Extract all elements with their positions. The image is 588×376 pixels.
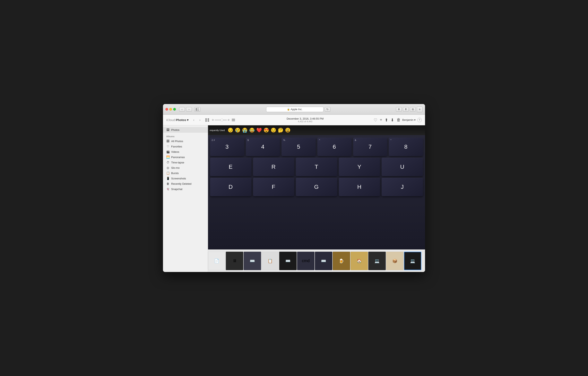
sidebar-item-all-photos[interactable]: 🖼 All Photos <box>163 139 208 144</box>
emoji-2: 😢 <box>235 128 240 133</box>
sidebar-item-snapchat[interactable]: 👻 Snapchat <box>163 186 208 192</box>
snapchat-icon: 👻 <box>166 187 169 191</box>
emoji-7: 😒 <box>271 128 276 133</box>
sidebar-item-screenshots[interactable]: 📱 Screenshots <box>163 176 208 181</box>
keyboard-keys: £ # 3 $ 4 % 5 <box>208 136 425 249</box>
videos-icon: 🎬 <box>166 150 169 153</box>
share-action-button[interactable]: ⬆ <box>385 118 388 122</box>
thumbnail-item[interactable]: 📦 <box>386 252 404 270</box>
photos-folder-icon: 🖼 <box>166 128 169 131</box>
key-y: Y <box>339 158 380 176</box>
emoji-8: 🤔 <box>278 128 283 133</box>
emoji-1: 😔 <box>228 128 233 133</box>
grid-view-icon <box>232 119 235 121</box>
thumbnail-item[interactable]: 📄 <box>208 252 225 270</box>
sidebar-snapchat-label: Snapchat <box>171 188 182 191</box>
key-d: D <box>210 178 252 196</box>
duplicate-button[interactable]: ⧉ <box>410 107 416 112</box>
thumbnail-item[interactable]: 📋 <box>262 252 279 270</box>
titlebar: ‹ › 🔒 Apple Inc. ↻ ⬇ <box>163 104 425 115</box>
key-3: £ # 3 <box>210 138 244 156</box>
all-photos-icon: 🖼 <box>166 140 169 143</box>
forward-button[interactable]: › <box>186 107 192 112</box>
key-5: % 5 <box>282 138 316 156</box>
help-button[interactable]: ? <box>417 118 422 122</box>
maximize-button[interactable] <box>173 108 176 111</box>
toolbar-actions: ♡ + ⬆ ⬇ 🗑 <box>374 118 401 122</box>
new-tab-button[interactable]: + <box>417 107 423 112</box>
download-action-button[interactable]: ⬇ <box>391 118 394 122</box>
thumbnail-item[interactable]: cmd <box>297 252 315 270</box>
back-button[interactable]: ‹ <box>179 107 185 112</box>
sidebar-item-bursts[interactable]: 📋 Bursts <box>163 170 208 176</box>
sidebar-videos-label: Videos <box>171 150 179 153</box>
app-back-button[interactable]: ‹ <box>191 117 196 123</box>
time-lapse-icon: ⏱ <box>166 161 169 164</box>
svg-rect-5 <box>208 118 209 120</box>
toolbar-center: December 3, 2016, 3:46:55 PM 4,432 of 4,… <box>236 117 374 123</box>
sidebar-time-lapse-label: Time-lapse <box>171 161 184 164</box>
svg-rect-10 <box>232 121 235 121</box>
sidebar-favorites-label: Favorites <box>171 145 182 148</box>
key-r: R <box>253 158 294 176</box>
sidebar-item-slo-mo[interactable]: ◎ Slo-mo <box>163 165 208 170</box>
minimize-button[interactable] <box>169 108 172 111</box>
sidebar-item-panoramas[interactable]: 🌅 Panoramas <box>163 154 208 160</box>
download-button[interactable]: ⬇ <box>396 107 402 112</box>
add-button[interactable]: + <box>380 118 382 122</box>
key-j: J <box>382 178 423 196</box>
view-toggle-button[interactable] <box>204 117 210 123</box>
app-title-dropdown-icon[interactable]: ▾ <box>187 118 189 122</box>
share-button[interactable]: ⬆ <box>403 107 409 112</box>
thumbnail-item[interactable]: 🍺 <box>333 252 350 270</box>
svg-rect-4 <box>205 118 207 120</box>
address-text: Apple Inc. <box>291 108 303 111</box>
app-title-prefix: iCloud <box>166 118 175 122</box>
zoom-thumb[interactable] <box>221 119 223 121</box>
zoom-slider[interactable] <box>215 120 227 120</box>
app-title: iCloud Photos ▾ <box>166 118 189 122</box>
app-toolbar: iCloud Photos ▾ ‹ › ⊙ ⊙ <box>163 115 425 125</box>
thumbnail-item[interactable]: ⌨️ <box>244 252 261 270</box>
address-bar[interactable]: 🔒 Apple Inc. <box>266 107 324 112</box>
emoji-5: ❤️ <box>256 128 262 133</box>
photo-main[interactable]: requently Used 😔 😢 😭 😂 ❤️ 😍 😒 🤔 😩 <box>208 125 425 249</box>
thumbnail-item[interactable]: 🖥 <box>226 252 243 270</box>
emoji-9: 😩 <box>285 128 291 133</box>
sidebar-bursts-label: Bursts <box>171 172 179 175</box>
delete-button[interactable]: 🗑 <box>397 118 401 122</box>
touch-bar-text: requently Used <box>210 129 225 131</box>
thumbnail-item[interactable]: ⌨️ <box>279 252 297 270</box>
asdf-row: D F G H J <box>210 178 423 196</box>
svg-rect-9 <box>232 120 235 120</box>
sidebar-item-recently-deleted[interactable]: 🗑 Recently Deleted <box>163 181 208 186</box>
refresh-button[interactable]: ↻ <box>325 107 330 112</box>
app-nav: ‹ › <box>191 117 202 123</box>
qwerty-row: E R T Y U <box>210 158 423 176</box>
zoom-control: ⊙ ⊙ <box>212 118 230 121</box>
close-button[interactable] <box>165 108 168 111</box>
titlebar-right-buttons: ⬇ ⬆ ⧉ + <box>396 107 423 112</box>
sidebar-toggle-button[interactable] <box>194 107 200 112</box>
thumbnail-item[interactable]: ⌨️ <box>315 252 332 270</box>
svg-rect-2 <box>197 109 199 109</box>
favorites-icon: ♡ <box>166 145 169 148</box>
sidebar-item-photos[interactable]: 🖼 Photos <box>163 127 208 133</box>
photo-area: requently Used 😔 😢 😭 😂 ❤️ 😍 😒 🤔 😩 <box>208 125 425 272</box>
grid-view-button[interactable] <box>230 117 236 123</box>
app-forward-button[interactable]: › <box>197 117 202 123</box>
sidebar-icon <box>196 108 199 111</box>
address-bar-area: 🔒 Apple Inc. ↻ <box>202 107 394 112</box>
user-menu[interactable]: Benjamin ▾ <box>402 118 416 121</box>
keyboard-photo: requently Used 😔 😢 😭 😂 ❤️ 😍 😒 🤔 😩 <box>208 125 425 249</box>
sidebar-item-favorites[interactable]: ♡ Favorites <box>163 144 208 149</box>
sidebar-item-time-lapse[interactable]: ⏱ Time-lapse <box>163 160 208 165</box>
heart-button[interactable]: ♡ <box>374 118 377 122</box>
sidebar-item-videos[interactable]: 🎬 Videos <box>163 149 208 154</box>
thumbnail-item[interactable]: 📦 <box>422 252 425 270</box>
thumbnail-item[interactable]: 🏠 <box>350 252 368 270</box>
thumbnail-item[interactable]: 💻 <box>368 252 386 270</box>
thumbnail-strip: 📄🖥⌨️📋⌨️cmd⌨️🍺🏠💻📦💻📦📦 <box>208 249 425 272</box>
sidebar-photos-label: Photos <box>171 129 179 131</box>
thumbnail-item[interactable]: 💻 <box>404 252 421 270</box>
